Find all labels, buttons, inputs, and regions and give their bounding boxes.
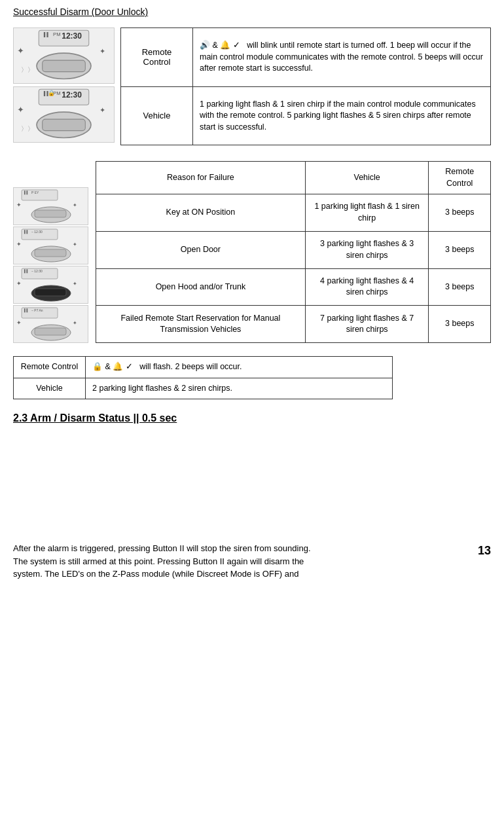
- bell-icon: 🔔: [220, 41, 230, 50]
- svg-text:✦: ✦: [99, 47, 105, 55]
- svg-rect-44: [35, 328, 66, 335]
- car-failure-4: ▐▐ ~ P7 An ✦ ✦: [13, 305, 88, 343]
- svg-text:✦: ✦: [16, 241, 22, 247]
- svg-text:✦: ✦: [73, 242, 77, 247]
- top-section: ▐▐ PM 12:30 ✦ ✦ 〉〉 ▐▐ PM 12:30 🔒: [13, 27, 491, 145]
- table-row: Failed Remote Start Reservation for Manu…: [96, 306, 491, 343]
- remote-icon: 🔊: [200, 41, 210, 50]
- bottom-vehicle-label: Vehicle: [14, 378, 86, 399]
- failure-reason-1: Key at ON Position: [96, 194, 306, 232]
- table-row: Key at ON Position 1 parking light flash…: [96, 194, 491, 232]
- bottom-vehicle-content: 2 parking light flashes & 2 siren chirps…: [86, 378, 393, 399]
- failure-remote-3: 3 beeps: [429, 268, 491, 306]
- svg-text:〉〉: 〉〉: [21, 125, 34, 132]
- svg-text:〉〉: 〉〉: [21, 66, 34, 73]
- bottom-line-1: After the alarm is triggered, pressing B…: [13, 542, 491, 555]
- svg-text:12:30: 12:30: [62, 31, 82, 41]
- svg-text:~ 12:30: ~ 12:30: [31, 269, 43, 273]
- svg-rect-15: [43, 119, 86, 130]
- svg-text:P EY: P EY: [31, 190, 39, 194]
- failure-vehicle-3: 4 parking light flashes & 4 siren chirps: [305, 268, 429, 306]
- svg-text:✦: ✦: [17, 46, 24, 56]
- check-icon: ✓: [233, 41, 240, 50]
- bottom-remote-label: Remote Control: [14, 357, 86, 378]
- svg-text:12:30: 12:30: [62, 90, 82, 100]
- failure-reason-2: Open Door: [96, 231, 306, 268]
- lock-icon: 🔒: [92, 362, 103, 371]
- failure-col-header: Reason for Failure: [96, 162, 306, 194]
- page-number: 13: [478, 542, 491, 560]
- remote-control-content: 🔊 & 🔔 ✓ will blink until remote start is…: [193, 28, 491, 87]
- failure-table: Reason for Failure Vehicle Remote Contro…: [96, 161, 491, 343]
- car-image-top: ▐▐ PM 12:30 ✦ ✦ 〉〉: [13, 27, 115, 84]
- failure-vehicle-4: 7 parking light flashes & 7 siren chirps: [305, 306, 429, 343]
- svg-text:✦: ✦: [99, 106, 105, 114]
- failure-remote-2: 3 beeps: [429, 231, 491, 268]
- svg-text:✦: ✦: [73, 202, 77, 208]
- svg-text:PM: PM: [53, 31, 60, 37]
- svg-rect-37: [35, 289, 66, 296]
- svg-text:▐▐: ▐▐: [43, 32, 49, 37]
- failure-reason-3: Open Hood and/or Trunk: [96, 268, 306, 306]
- bottom-line-2: The system is still armed at this point.…: [13, 555, 491, 568]
- bell-icon-2: 🔔: [113, 362, 123, 371]
- svg-text:✦: ✦: [73, 281, 77, 287]
- vehicle-label-top: Vehicle: [121, 86, 193, 145]
- table-row: Open Hood and/or Trunk 4 parking light f…: [96, 268, 491, 306]
- bottom-remote-content: 🔒 & 🔔 ✓ will flash. 2 beeps will occur.: [86, 357, 393, 378]
- svg-text:~ P7 An: ~ P7 An: [31, 308, 43, 312]
- svg-text:▐▐: ▐▐: [23, 308, 28, 313]
- section-heading: 2.3 Arm / Disarm Status || 0.5 sec: [13, 412, 491, 424]
- car-image-bottom: ▐▐ PM 12:30 🔒 ✦ ✦ 〉〉: [13, 86, 115, 143]
- svg-text:✦: ✦: [16, 280, 22, 287]
- svg-text:▐▐: ▐▐: [23, 269, 28, 274]
- remote-start-table: Remote Control 🔊 & 🔔 ✓ will blink until …: [120, 27, 491, 145]
- car-failure-2: ▐▐ ~ 12:30 ✦ ✦: [13, 226, 88, 264]
- svg-text:✦: ✦: [73, 320, 77, 326]
- car-failure-1: ▐▐ P EY ✦ ✦: [13, 187, 88, 225]
- vehicle-content-top: 1 parking light flash & 1 siren chirp if…: [193, 86, 491, 145]
- car-images-left: ▐▐ PM 12:30 ✦ ✦ 〉〉 ▐▐ PM 12:30 🔒: [13, 27, 118, 145]
- svg-text:~ 12:30: ~ 12:30: [31, 230, 43, 234]
- failure-vehicle-1: 1 parking light flash & 1 siren chirp: [305, 194, 429, 232]
- svg-text:✦: ✦: [17, 105, 24, 115]
- svg-text:✦: ✦: [16, 319, 22, 326]
- svg-rect-23: [35, 210, 66, 217]
- bottom-text-block: 13 After the alarm is triggered, pressin…: [13, 542, 491, 581]
- car-failure-3: ▐▐ ~ 12:30 ✦ ✦: [13, 266, 88, 304]
- failure-vehicle-2: 3 parking light flashes & 3 siren chirps: [305, 231, 429, 268]
- vehicle-col-header: Vehicle: [305, 162, 429, 194]
- remote-control-label: Remote Control: [121, 28, 193, 87]
- remote-col-header: Remote Control: [429, 162, 491, 194]
- check-icon-2: ✓: [126, 362, 133, 371]
- failure-reason-4: Failed Remote Start Reservation for Manu…: [96, 306, 306, 343]
- car-images-side: ▐▐ P EY ✦ ✦ ▐▐ ~ 12:30 ✦ ✦ ▐▐: [13, 161, 92, 343]
- bottom-line-3: system. The LED's on the Z-Pass module (…: [13, 568, 491, 581]
- svg-text:🔒: 🔒: [48, 89, 55, 97]
- svg-rect-5: [43, 60, 86, 71]
- failure-remote-4: 3 beeps: [429, 306, 491, 343]
- svg-text:✦: ✦: [16, 202, 22, 208]
- bottom-status-table: Remote Control 🔒 & 🔔 ✓ will flash. 2 bee…: [13, 356, 393, 399]
- page-title: Successful Disarm (Door Unlock): [13, 7, 491, 17]
- svg-text:▐▐: ▐▐: [23, 230, 28, 234]
- failure-section: ▐▐ P EY ✦ ✦ ▐▐ ~ 12:30 ✦ ✦ ▐▐: [13, 161, 491, 343]
- failure-remote-1: 3 beeps: [429, 194, 491, 232]
- table-row: Open Door 3 parking light flashes & 3 si…: [96, 231, 491, 268]
- svg-rect-30: [35, 249, 66, 257]
- svg-text:▐▐: ▐▐: [23, 190, 28, 195]
